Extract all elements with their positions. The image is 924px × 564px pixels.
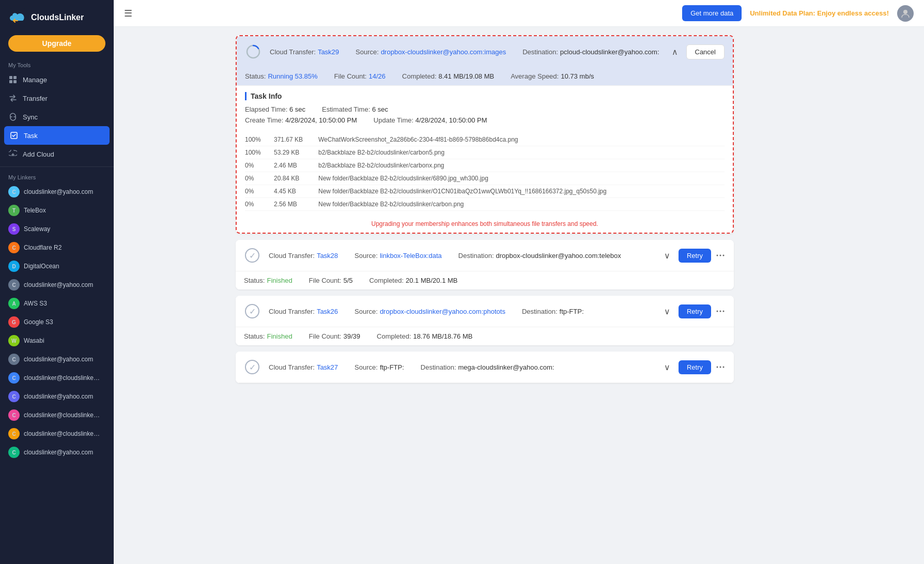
task26-dest-field: Destination: ftp-FTP: bbox=[522, 308, 584, 315]
task27-more-button[interactable] bbox=[715, 362, 726, 372]
task27-collapse-button[interactable]: ∨ bbox=[660, 360, 674, 374]
svg-point-13 bbox=[722, 311, 724, 312]
sidebar-item-sync[interactable]: Sync bbox=[0, 108, 114, 126]
task28-filecount-value: 5/5 bbox=[343, 277, 352, 284]
sidebar-item-cloudslinker6[interactable]: C cloudslinker@cloudslinker.co... bbox=[0, 406, 114, 424]
upgrade-button[interactable]: Upgrade bbox=[8, 35, 105, 52]
task28-status-value: Finished bbox=[267, 277, 292, 284]
sidebar-item-cloudslinker1[interactable]: C cloudslinker@yahoo.com bbox=[0, 182, 114, 201]
task27-retry-button[interactable]: Retry bbox=[679, 360, 711, 374]
avatar[interactable] bbox=[897, 5, 914, 22]
task26-collapse-button[interactable]: ∨ bbox=[660, 304, 674, 318]
task-card-task28: ✓ Cloud Transfer: Task28 Source: linkbox… bbox=[236, 240, 734, 289]
task28-name-link[interactable]: Task28 bbox=[317, 252, 338, 260]
task29-dest-field: Destination: pcloud-cloudslinker@yahoo.c… bbox=[522, 48, 659, 56]
task-card-task29: Cloud Transfer: Task29 Source: dropbox-c… bbox=[236, 35, 734, 234]
task28-source-field: Source: linkbox-TeleBox:data bbox=[355, 252, 442, 260]
sidebar-item-awss3[interactable]: A AWS S3 bbox=[0, 294, 114, 313]
task28-actions: ∨ Retry bbox=[660, 248, 726, 263]
sidebar-item-digitalocean[interactable]: D DigitalOcean bbox=[0, 257, 114, 276]
task28-collapse-button[interactable]: ∨ bbox=[660, 248, 674, 263]
task26-filecount-field: File Count: 39/39 bbox=[309, 332, 360, 340]
linker-dot-cloudslinker5: C bbox=[8, 391, 20, 402]
task29-collapse-button[interactable]: ∧ bbox=[668, 44, 682, 59]
task29-cancel-button[interactable]: Cancel bbox=[686, 44, 725, 59]
sidebar-item-telebox[interactable]: T TeleBox bbox=[0, 201, 114, 220]
task28-completed-field: Completed: 20.1 MB/20.1 MB bbox=[369, 277, 458, 284]
linker-dot-cloudslinker4: C bbox=[8, 372, 20, 384]
sidebar-item-scaleway[interactable]: S Scaleway bbox=[0, 220, 114, 238]
task26-status-field: Status: Finished bbox=[244, 332, 292, 340]
task26-actions: ∨ Retry bbox=[660, 304, 726, 318]
linker-label-cloudslinker2: cloudslinker@yahoo.com bbox=[24, 281, 93, 288]
task29-filecount-field: File Count: 14/26 bbox=[334, 72, 386, 80]
task27-status-icon: ✓ bbox=[244, 359, 260, 375]
svg-point-6 bbox=[903, 10, 907, 14]
task29-filecount-value: 14/26 bbox=[368, 72, 386, 80]
file-row: 0% 2.46 MB b2/Backblaze B2-b2/cloudslink… bbox=[245, 159, 725, 172]
task28-name-field: Cloud Transfer: Task28 bbox=[269, 252, 338, 260]
sidebar-item-cloudslinker7[interactable]: C cloudslinker@cloudslinker.co... bbox=[0, 424, 114, 443]
sync-icon bbox=[8, 112, 18, 121]
menu-icon[interactable]: ☰ bbox=[124, 8, 132, 19]
file-row: 100% 371.67 KB WeChatWorkScreenshot_2a28… bbox=[245, 133, 725, 146]
task28-retry-button[interactable]: Retry bbox=[679, 249, 711, 263]
linker-label-cloudslinker3: cloudslinker@yahoo.com bbox=[24, 356, 93, 363]
sidebar-item-cloudslinker4[interactable]: C cloudslinker@cloudslinker.co... bbox=[0, 369, 114, 387]
task29-completed-field: Completed: 8.41 MB/19.08 MB bbox=[402, 72, 494, 80]
sidebar-item-cloudslinker8[interactable]: C cloudslinker@yahoo.com bbox=[0, 443, 114, 462]
task28-dest-value: dropbox-cloudslinker@yahoo.com:telebox bbox=[496, 252, 621, 260]
task29-file-list: 100% 371.67 KB WeChatWorkScreenshot_2a28… bbox=[237, 133, 733, 215]
svg-point-11 bbox=[716, 311, 718, 312]
my-tools-label: My Tools bbox=[0, 58, 114, 70]
task29-name-field: Cloud Transfer: Task29 bbox=[270, 48, 339, 56]
sidebar-item-transfer[interactable]: Transfer bbox=[0, 89, 114, 108]
task26-row2: Status: Finished File Count: 39/39 Compl… bbox=[236, 327, 734, 345]
sidebar-item-add-cloud[interactable]: Add Cloud bbox=[0, 145, 114, 163]
task26-name-link[interactable]: Task26 bbox=[317, 308, 338, 315]
file-row: 100% 53.29 KB b2/Backblaze B2-b2/cloudsl… bbox=[245, 146, 725, 159]
get-more-button[interactable]: Get more data bbox=[682, 5, 742, 21]
linker-dot-wasabi: W bbox=[8, 335, 20, 346]
task27-name-field: Cloud Transfer: Task27 bbox=[269, 363, 338, 371]
task26-more-button[interactable] bbox=[715, 306, 726, 316]
grid-icon bbox=[8, 75, 18, 84]
file-row: 0% 20.84 KB New folder/Backblaze B2-b2/c… bbox=[245, 172, 725, 185]
sidebar-item-cloudflare[interactable]: C Cloudflare R2 bbox=[0, 238, 114, 257]
sidebar-item-manage[interactable]: Manage bbox=[0, 70, 114, 89]
task26-name-field: Cloud Transfer: Task26 bbox=[269, 308, 338, 315]
linker-dot-cloudslinker3: C bbox=[8, 354, 20, 365]
file-row: 0% 4.45 KB New folder/Backblaze B2-b2/cl… bbox=[245, 185, 725, 198]
sidebar-item-cloudslinker2[interactable]: C cloudslinker@yahoo.com bbox=[0, 276, 114, 294]
linker-label-cloudslinker5: cloudslinker@yahoo.com bbox=[24, 393, 93, 400]
task29-speed-field: Average Speed: 10.73 mb/s bbox=[511, 72, 594, 80]
linker-label-wasabi: Wasabi bbox=[24, 337, 44, 344]
task28-more-button[interactable] bbox=[715, 250, 726, 261]
linker-label-scaleway: Scaleway bbox=[24, 225, 50, 233]
linker-dot-googles3: G bbox=[8, 316, 20, 328]
sidebar: CloudsLinker Upgrade My Tools Manage Tra… bbox=[0, 0, 114, 564]
task27-info: Cloud Transfer: Task27 Source: ftp-FTP: … bbox=[269, 363, 652, 371]
task26-retry-button[interactable]: Retry bbox=[679, 304, 711, 318]
task27-name-link[interactable]: Task27 bbox=[317, 363, 338, 371]
task28-status-field: Status: Finished bbox=[244, 277, 292, 284]
sidebar-item-googles3[interactable]: G Google S3 bbox=[0, 313, 114, 331]
manage-label: Manage bbox=[23, 76, 47, 84]
sidebar-item-task[interactable]: Task bbox=[4, 126, 110, 145]
linker-dot-digitalocean: D bbox=[8, 261, 20, 272]
task26-completed-field: Completed: 18.76 MB/18.76 MB bbox=[377, 332, 472, 340]
task28-filecount-field: File Count: 5/5 bbox=[309, 277, 353, 284]
task29-source-value: dropbox-cloudslinker@yahoo.com:images bbox=[381, 48, 506, 56]
svg-point-12 bbox=[719, 311, 721, 312]
sidebar-item-cloudslinker5[interactable]: C cloudslinker@yahoo.com bbox=[0, 387, 114, 406]
svg-rect-1 bbox=[9, 76, 12, 79]
sidebar-item-cloudslinker3[interactable]: C cloudslinker@yahoo.com bbox=[0, 350, 114, 369]
task29-name-link[interactable]: Task29 bbox=[318, 48, 339, 56]
sidebar-logo: CloudsLinker bbox=[0, 0, 114, 33]
my-linkers-label: My Linkers bbox=[0, 170, 114, 182]
sidebar-item-wasabi[interactable]: W Wasabi bbox=[0, 331, 114, 350]
linker-label-awss3: AWS S3 bbox=[24, 300, 47, 307]
linker-label-cloudslinker1: cloudslinker@yahoo.com bbox=[24, 188, 93, 195]
task27-source-value: ftp-FTP: bbox=[380, 363, 404, 371]
task29-source-field: Source: dropbox-cloudslinker@yahoo.com:i… bbox=[356, 48, 506, 56]
